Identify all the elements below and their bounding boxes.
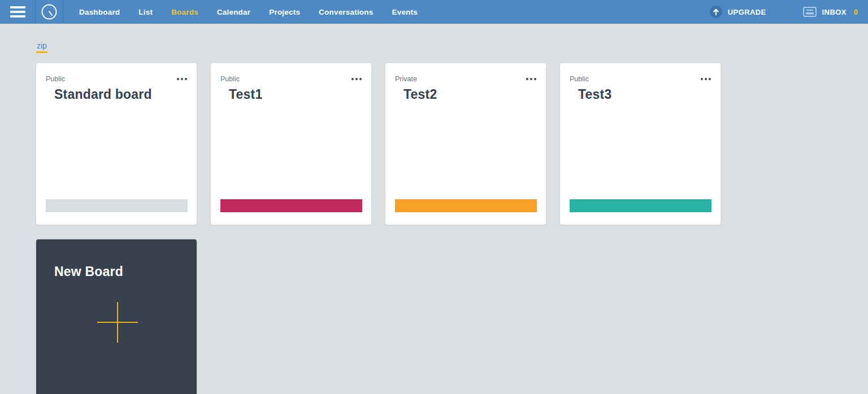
ellipsis-icon[interactable] [351,76,362,82]
top-nav-bar: Dashboard List Boards Calendar Projects … [0,0,868,24]
inbox-tray-icon [802,6,817,18]
upgrade-button[interactable]: UPGRADE [709,5,766,19]
board-card-test2[interactable]: Private Test2 [385,63,546,225]
inbox-label: INBOX [822,8,847,16]
nav-projects[interactable]: Projects [269,8,300,16]
board-title: Test1 [229,87,362,102]
inbox-button[interactable]: INBOX 0 [802,6,858,18]
nav-calendar[interactable]: Calendar [217,8,250,16]
new-board-title: New Board [36,239,197,279]
nav-events[interactable]: Events [392,8,417,16]
arrow-up-circle-icon [709,5,723,19]
board-visibility-label: Public [46,75,65,83]
ellipsis-icon[interactable] [701,76,711,82]
main-nav: Dashboard List Boards Calendar Projects … [63,8,418,16]
board-color-bar [220,199,362,212]
inbox-count-badge: 0 [854,8,858,16]
board-visibility-label: Private [395,75,417,83]
board-color-bar [46,199,188,212]
board-title: Test2 [403,87,537,102]
plus-icon[interactable] [97,302,138,343]
nav-conversations[interactable]: Conversations [319,8,373,16]
hamburger-icon [10,11,25,13]
new-board-card[interactable]: New Board [36,239,197,394]
board-color-bar [570,199,711,212]
board-title: Test3 [578,87,711,102]
hamburger-icon [10,15,25,17]
clock-icon [41,3,58,20]
board-title: Standard board [54,87,188,102]
project-tab-zip[interactable]: zip [36,41,47,53]
board-visibility-label: Public [570,75,589,83]
hamburger-icon [10,6,25,8]
ellipsis-icon[interactable] [177,76,187,82]
hamburger-menu-button[interactable] [0,0,35,24]
boards-row: Public Standard board Public Test1 Priva… [36,63,868,225]
board-card-test1[interactable]: Public Test1 [211,63,371,225]
upgrade-label: UPGRADE [728,8,766,16]
board-card-standard-board[interactable]: Public Standard board [36,63,197,225]
topbar-right: UPGRADE INBOX 0 [709,5,868,19]
ellipsis-icon[interactable] [526,76,536,82]
board-card-test3[interactable]: Public Test3 [560,63,721,225]
nav-dashboard[interactable]: Dashboard [79,8,120,16]
recent-items-button[interactable] [35,0,63,24]
nav-boards[interactable]: Boards [171,8,198,16]
board-color-bar [395,199,537,212]
nav-list[interactable]: List [138,8,153,16]
board-visibility-label: Public [220,75,240,83]
